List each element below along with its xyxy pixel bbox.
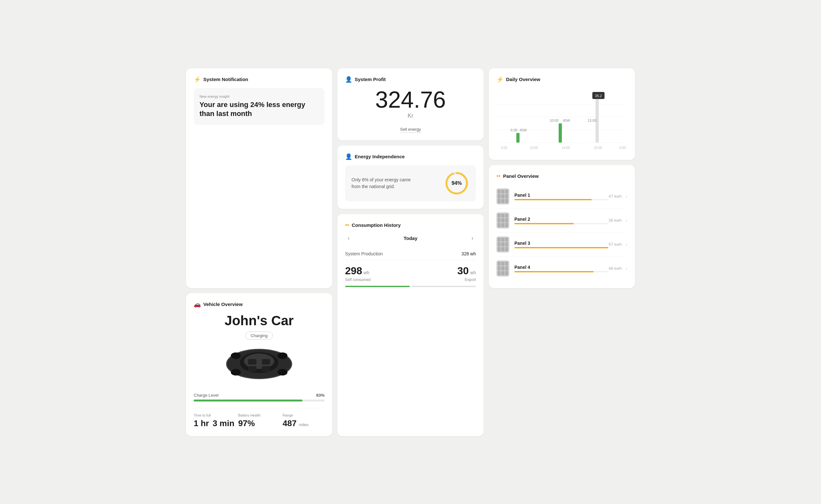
panel-right: 48 kwh › [608, 266, 627, 271]
range-number: 487 [283, 418, 296, 428]
consumption-progress [345, 286, 476, 287]
panel-cell [501, 214, 504, 218]
svg-rect-9 [559, 123, 562, 143]
panel-info: Panel 3 [514, 241, 608, 248]
energy-card: 👤 Energy Independence Only 6% of your en… [337, 145, 484, 209]
panel-cell [505, 271, 508, 275]
panel-cell [505, 194, 508, 198]
sell-energy-link[interactable]: Sell energy [400, 127, 421, 133]
svg-text:6:00: 6:00 [510, 128, 517, 132]
panel-cell [498, 238, 501, 242]
panel-name: Panel 4 [514, 265, 608, 270]
dashboard: ⚡ System Notification New energy insight… [186, 68, 635, 436]
panel-bar-bg [514, 223, 608, 224]
consumed-progress-bar [345, 286, 410, 287]
daily-title: Daily Overview [506, 77, 540, 82]
daily-card: ⚡ Daily Overview 6:00 45W 10:00 [489, 68, 635, 160]
panel-cell [498, 218, 501, 222]
time-hr: 1 hr [194, 418, 209, 428]
svg-text:13:00: 13:00 [587, 119, 596, 122]
panel-right: 47 kwh › [608, 194, 627, 199]
panel-item[interactable]: Panel 1 47 kwh › [496, 185, 627, 209]
panel-cell [505, 214, 508, 218]
panel-chevron-icon: › [626, 194, 627, 199]
consumption-card: ▪▪ Consumption History ‹ Today › System … [337, 214, 484, 436]
panel-cell [501, 262, 504, 266]
panel-solar-icon: ▪▪ [496, 173, 501, 179]
svg-rect-31 [248, 366, 257, 371]
panel-chevron-icon: › [626, 242, 627, 247]
panel-bar-fill [514, 271, 593, 272]
car-image [221, 345, 298, 386]
panel-item[interactable]: Panel 3 57 kwh › [496, 233, 627, 257]
nav-next-button[interactable]: › [469, 234, 476, 243]
charge-bar-bg [194, 400, 325, 401]
svg-point-25 [231, 352, 241, 359]
vehicle-name: John's Car [194, 313, 325, 328]
panel-kwh: 48 kwh [608, 266, 622, 271]
consumption-title: Consumption History [352, 222, 401, 228]
panel-cell [505, 247, 508, 251]
vehicle-car-icon: 🚗 [194, 301, 201, 308]
panel-info: Panel 4 [514, 265, 608, 272]
vehicle-header: 🚗 Vehicle Overview [194, 301, 325, 308]
panel-cell [505, 262, 508, 266]
panel-cell [501, 223, 504, 227]
svg-point-28 [278, 369, 287, 376]
notification-header: ⚡ System Notification [194, 76, 325, 83]
consumption-nav: ‹ Today › [345, 234, 476, 243]
daily-header: ⚡ Daily Overview [496, 76, 627, 83]
panel-cell [505, 218, 508, 222]
panel-cell [501, 218, 504, 222]
panel-item[interactable]: Panel 4 48 kwh › [496, 257, 627, 280]
panel-name: Panel 1 [514, 193, 608, 198]
panel-cell [498, 247, 501, 251]
energy-content: Only 6% of your energy came from the nat… [352, 170, 469, 196]
right-column: ⚡ Daily Overview 6:00 45W 10:00 [489, 68, 635, 288]
charge-level-row: Charge Level 83% [194, 393, 325, 398]
panel-cell [501, 242, 504, 246]
donut-container: 94% [444, 170, 469, 196]
energy-header: 👤 Energy Independence [345, 153, 476, 160]
export-stat: 30 wh Export [413, 265, 476, 282]
panel-cell [501, 247, 504, 251]
panel-list: Panel 1 47 kwh › Panel 2 36 kwh [496, 185, 627, 280]
panel-icon [496, 212, 509, 228]
time-to-full-value: 1 hr 3 min [194, 418, 236, 428]
bolt-icon: ⚡ [194, 76, 201, 83]
panel-kwh: 57 kwh [608, 242, 622, 247]
panel-cell [498, 242, 501, 246]
panel-kwh: 47 kwh [608, 194, 622, 199]
nav-prev-button[interactable]: ‹ [345, 234, 352, 243]
panel-info: Panel 1 [514, 193, 608, 200]
panel-chevron-icon: › [626, 218, 627, 223]
panel-cell [498, 262, 501, 266]
middle-column: 👤 System Profit 324.76 Kr Sell energy 👤 … [337, 68, 484, 436]
person-icon: 👤 [345, 76, 352, 83]
energy-title: Energy Independence [355, 154, 405, 159]
export-unit: wh [470, 270, 476, 275]
panel-cell [501, 266, 504, 270]
panel-icon [496, 260, 509, 277]
notification-message: Your are using 24% less energy than last… [199, 100, 319, 119]
energy-text: Only 6% of your energy came from the nat… [352, 177, 416, 190]
panel-bar-fill [514, 223, 574, 224]
nav-label: Today [403, 235, 417, 241]
vehicle-stats: Time to full 1 hr 3 min Battery Health 9… [194, 408, 325, 428]
panel-header: ▪▪ Panel Overview [496, 173, 627, 179]
panel-name: Panel 3 [514, 241, 608, 246]
time-to-full-label: Time to full [194, 413, 236, 417]
system-production-value: 328 wh [461, 251, 476, 256]
vehicle-title: Vehicle Overview [203, 302, 243, 307]
panel-cell [498, 199, 501, 203]
panel-name: Panel 2 [514, 217, 608, 222]
panel-cell [505, 266, 508, 270]
svg-text:0:00: 0:00 [620, 146, 626, 150]
export-label: Export [413, 277, 476, 282]
profit-header: 👤 System Profit [345, 76, 476, 83]
panel-cell [501, 238, 504, 242]
system-production-row: System Production 328 wh [345, 248, 476, 260]
panel-bar-bg [514, 247, 608, 248]
range-value: 487 miles [283, 418, 325, 428]
panel-item[interactable]: Panel 2 36 kwh › [496, 209, 627, 233]
